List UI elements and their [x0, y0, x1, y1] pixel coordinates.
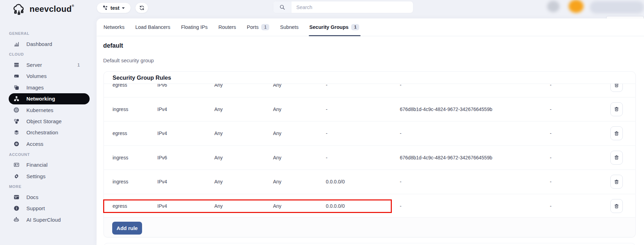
cell-ethertype: IPv6 [157, 84, 167, 88]
dashboard-chart-icon [13, 41, 19, 47]
trash-icon [614, 203, 619, 209]
sidebar-item-label: Kubernetes [26, 107, 53, 113]
sidebar-item-volumes[interactable]: Volumes [9, 71, 90, 82]
cell-protocol: Any [214, 155, 223, 160]
cell-port-range: Any [273, 106, 281, 112]
cell-remote-security-group: 676d8b1d-4c9c-4824-9672-34267664559b [400, 106, 492, 112]
cell-direction: ingress [113, 155, 128, 160]
sidebar-item-ai-supercloud[interactable]: AI SuperCloud [9, 214, 90, 225]
cell-remote-security-group: - [400, 203, 402, 209]
next-card-edge [104, 243, 636, 245]
sidebar-item-label: Docs [26, 194, 39, 200]
cell-port-range: Any [273, 179, 281, 184]
delete-rule-button[interactable] [610, 102, 623, 116]
cell-remote-ip-prefix: - [326, 155, 328, 160]
sidebar-item-docs[interactable]: Docs [9, 191, 90, 203]
robot-icon [13, 216, 19, 223]
settings-gear-icon [13, 173, 19, 179]
card-title: Security Group Rules [113, 74, 171, 81]
tab-security-groups[interactable]: Security Groups1 [309, 18, 360, 36]
cell-ethertype: IPv4 [157, 203, 167, 209]
sidebar-item-object-storage[interactable]: Object Storage [9, 116, 90, 127]
cell-protocol: Any [214, 179, 223, 184]
sidebar-item-label: Financial [26, 162, 48, 168]
sidebar-item-orchestration[interactable]: Orchestration [9, 127, 90, 138]
sidebar-item-settings[interactable]: Settings [9, 171, 90, 182]
sidebar-item-label: Volumes [26, 73, 47, 79]
cell-description: - [550, 106, 552, 112]
sidebar-section-heading: CLOUD [0, 49, 97, 59]
main-panel: NetworksLoad BalancersFloating IPsRouter… [97, 18, 644, 245]
cell-ethertype: IPv4 [157, 131, 167, 136]
sidebar-item-images[interactable]: Images [9, 82, 90, 93]
brand-wordmark: neevcloud® [30, 4, 74, 14]
cell-protocol: Any [214, 84, 223, 88]
cell-remote-security-group: - [400, 179, 402, 184]
delete-rule-button[interactable] [610, 151, 623, 165]
orchestration-icon [13, 129, 19, 136]
app-window: neevcloud® test [0, 0, 644, 245]
sidebar-item-label: Support [26, 205, 45, 211]
cell-direction: egress [113, 84, 127, 88]
sidebar-item-label: Settings [26, 173, 46, 179]
financial-icon [13, 162, 19, 168]
avatar[interactable] [569, 0, 584, 13]
sidebar-item-financial[interactable]: Financial [9, 159, 90, 171]
tab-networks[interactable]: Networks [104, 18, 124, 36]
cell-port-range: Any [273, 155, 281, 160]
sidebar-item-server[interactable]: Server1 [9, 59, 90, 70]
notification-icon-blurred[interactable] [547, 1, 560, 12]
cell-remote-security-group: 676d8b1d-4c9c-4824-9672-34267664559b [400, 155, 492, 160]
cell-direction: ingress [113, 179, 128, 184]
sidebar-item-dashboard[interactable]: Dashboard [9, 38, 90, 49]
tab-subnets[interactable]: Subnets [280, 18, 298, 36]
cell-protocol: Any [214, 131, 223, 136]
tab-bar: NetworksLoad BalancersFloating IPsRouter… [97, 18, 644, 36]
delete-rule-button[interactable] [610, 84, 623, 92]
delete-rule-button[interactable] [610, 175, 623, 189]
cell-remote-ip-prefix: - [326, 84, 328, 88]
project-selector-label: test [110, 5, 119, 11]
project-selector-button[interactable]: test [97, 2, 131, 13]
trash-icon [614, 84, 619, 88]
table-row: ingress IPv4 Any Any - 676d8b1d-4c9c-482… [104, 97, 635, 122]
cell-description: - [550, 179, 552, 184]
volumes-icon [13, 73, 19, 79]
cell-ethertype: IPv6 [157, 155, 167, 160]
sidebar-item-badge: 1 [77, 62, 80, 68]
cell-direction: egress [113, 203, 127, 209]
brand-logo: neevcloud® [11, 2, 74, 16]
networking-icon [13, 96, 19, 102]
cell-port-range: Any [273, 131, 281, 136]
tab-ports[interactable]: Ports1 [247, 18, 270, 36]
cell-description: - [550, 155, 552, 160]
tab-floating-ips[interactable]: Floating IPs [181, 18, 208, 36]
tab-label: Routers [218, 24, 236, 30]
delete-rule-button[interactable] [610, 199, 623, 213]
tab-load-balancers[interactable]: Load Balancers [135, 18, 170, 36]
refresh-button[interactable] [135, 2, 148, 13]
cell-port-range: Any [273, 203, 281, 209]
card-header: Security Group Rules [104, 72, 635, 84]
search-input[interactable] [291, 1, 413, 13]
delete-rule-button[interactable] [610, 126, 623, 140]
table-row: egress IPv4 Any Any - - - [104, 121, 635, 146]
trash-icon [614, 131, 619, 136]
sidebar-item-access[interactable]: Access [9, 138, 90, 149]
tab-routers[interactable]: Routers [218, 18, 236, 36]
sidebar-item-networking[interactable]: Networking [9, 93, 90, 104]
trash-icon [614, 155, 619, 160]
search-bar[interactable] [273, 1, 413, 13]
cell-remote-ip-prefix: 0.0.0.0/0 [326, 203, 345, 209]
sidebar-item-kubernetes[interactable]: Kubernetes [9, 104, 90, 116]
tab-badge: 1 [351, 24, 359, 31]
search-icon [273, 1, 291, 13]
add-rule-button[interactable]: Add rule [112, 222, 142, 235]
sidebar-item-support[interactable]: Support [9, 203, 90, 214]
trademark-symbol: ® [72, 4, 74, 8]
sidebar: GENERALDashboardCLOUDServer1VolumesImage… [0, 29, 97, 225]
page-subtitle: Default security group [103, 57, 154, 63]
table-row: egress IPv6 Any Any - - - [104, 84, 635, 97]
table-row: ingress IPv6 Any Any - 676d8b1d-4c9c-482… [104, 146, 635, 170]
sidebar-item-label: Object Storage [26, 118, 61, 124]
